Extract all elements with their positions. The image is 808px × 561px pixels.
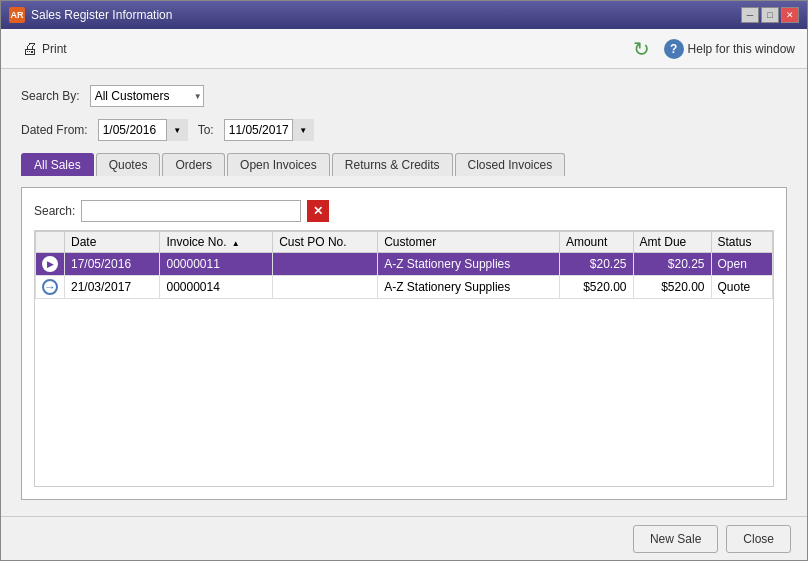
tab-closed-invoices[interactable]: Closed Invoices: [455, 153, 566, 176]
print-label: Print: [42, 42, 67, 56]
window-controls: ─ □ ✕: [741, 7, 799, 23]
refresh-icon: ↻: [633, 37, 650, 61]
table-row[interactable]: ▶ 17/05/2016 00000011 A-Z Stationery Sup…: [36, 253, 773, 276]
row-cust-po: [273, 276, 378, 299]
row-status: Open: [711, 253, 772, 276]
dated-from-label: Dated From:: [21, 123, 88, 137]
main-panel: Search: ✕ Date Invoice No. ▲ Cust PO No.: [21, 187, 787, 500]
data-table: Date Invoice No. ▲ Cust PO No. Customer …: [35, 231, 773, 299]
col-amount: Amount: [559, 232, 633, 253]
footer: New Sale Close: [1, 516, 807, 560]
tab-quotes[interactable]: Quotes: [96, 153, 161, 176]
content-area: Search By: All Customers Customer Name I…: [1, 69, 807, 516]
col-invoice-no[interactable]: Invoice No. ▲: [160, 232, 273, 253]
tab-all-sales[interactable]: All Sales: [21, 153, 94, 176]
table-body: ▶ 17/05/2016 00000011 A-Z Stationery Sup…: [36, 253, 773, 299]
minimize-button[interactable]: ─: [741, 7, 759, 23]
clear-icon: ✕: [313, 204, 323, 218]
toolbar: 🖨 Print ↻ ? Help for this window: [1, 29, 807, 69]
table-row[interactable]: → 21/03/2017 00000014 A-Z Stationery Sup…: [36, 276, 773, 299]
window-title: Sales Register Information: [31, 8, 735, 22]
search-by-select[interactable]: All Customers Customer Name Invoice No: [90, 85, 204, 107]
row-amt-due: $20.25: [633, 253, 711, 276]
col-icon: [36, 232, 65, 253]
search-input[interactable]: [81, 200, 301, 222]
toolbar-right: ↻ ? Help for this window: [628, 35, 795, 63]
search-by-label: Search By:: [21, 89, 80, 103]
help-label: Help for this window: [688, 42, 795, 56]
search-label: Search:: [34, 204, 75, 218]
row-amount: $520.00: [559, 276, 633, 299]
row-date: 17/05/2016: [65, 253, 160, 276]
row-customer: A-Z Stationery Supplies: [378, 276, 560, 299]
col-cust-po: Cust PO No.: [273, 232, 378, 253]
selected-row-icon: ▶: [42, 256, 58, 272]
title-bar: AR Sales Register Information ─ □ ✕: [1, 1, 807, 29]
row-amt-due: $520.00: [633, 276, 711, 299]
filter-row-1: Search By: All Customers Customer Name I…: [21, 85, 787, 107]
sort-icon: ▲: [232, 239, 240, 248]
dated-to-calendar-button[interactable]: ▼: [292, 119, 314, 141]
printer-icon: 🖨: [22, 40, 38, 58]
col-customer: Customer: [378, 232, 560, 253]
maximize-button[interactable]: □: [761, 7, 779, 23]
dated-from-calendar-button[interactable]: ▼: [166, 119, 188, 141]
close-window-button[interactable]: ✕: [781, 7, 799, 23]
row-arrow-icon: →: [42, 279, 58, 295]
to-label: To:: [198, 123, 214, 137]
tabs-area: All Sales Quotes Orders Open Invoices Re…: [21, 153, 787, 176]
tab-returns-credits[interactable]: Returns & Credits: [332, 153, 453, 176]
table-header: Date Invoice No. ▲ Cust PO No. Customer …: [36, 232, 773, 253]
close-button[interactable]: Close: [726, 525, 791, 553]
new-sale-button[interactable]: New Sale: [633, 525, 718, 553]
search-row: Search: ✕: [34, 200, 774, 222]
row-amount: $20.25: [559, 253, 633, 276]
row-cust-po: [273, 253, 378, 276]
dated-to-wrapper: ▼: [224, 119, 314, 141]
tab-orders[interactable]: Orders: [162, 153, 225, 176]
tab-open-invoices[interactable]: Open Invoices: [227, 153, 330, 176]
row-customer: A-Z Stationery Supplies: [378, 253, 560, 276]
row-icon-cell: ▶: [36, 253, 65, 276]
print-button[interactable]: 🖨 Print: [13, 35, 76, 63]
data-table-area: Date Invoice No. ▲ Cust PO No. Customer …: [34, 230, 774, 487]
help-button[interactable]: ? Help for this window: [664, 39, 795, 59]
refresh-button[interactable]: ↻: [628, 35, 656, 63]
filter-row-2: Dated From: ▼ To: ▼: [21, 119, 787, 141]
row-invoice-no: 00000011: [160, 253, 273, 276]
col-date: Date: [65, 232, 160, 253]
col-status: Status: [711, 232, 772, 253]
row-status: Quote: [711, 276, 772, 299]
search-clear-button[interactable]: ✕: [307, 200, 329, 222]
main-window: AR Sales Register Information ─ □ ✕ 🖨 Pr…: [0, 0, 808, 561]
search-by-wrapper: All Customers Customer Name Invoice No ▼: [90, 85, 204, 107]
dated-from-wrapper: ▼: [98, 119, 188, 141]
row-icon-cell: →: [36, 276, 65, 299]
app-icon: AR: [9, 7, 25, 23]
help-icon: ?: [664, 39, 684, 59]
row-date: 21/03/2017: [65, 276, 160, 299]
row-invoice-no: 00000014: [160, 276, 273, 299]
col-amt-due: Amt Due: [633, 232, 711, 253]
